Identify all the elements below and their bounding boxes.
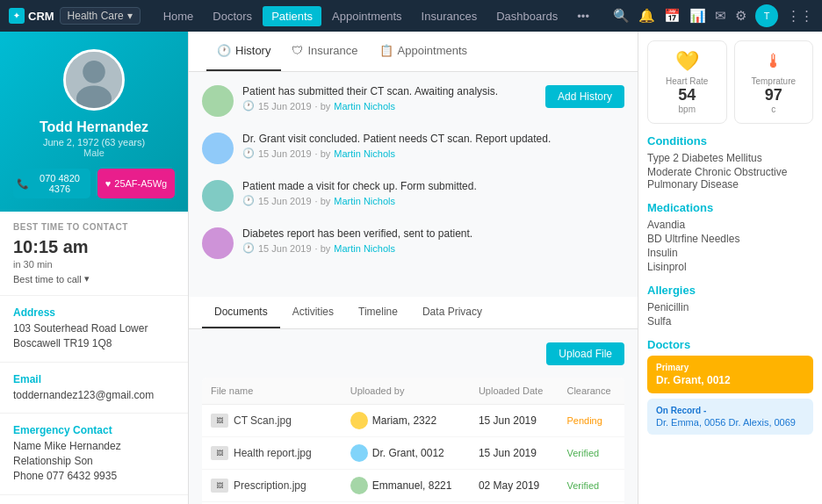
nav-dashboards[interactable]: Dashboards: [487, 6, 566, 26]
history-content: Add History Patient has submitted their …: [189, 72, 638, 288]
tab-history-label: History: [235, 44, 270, 57]
upload-date: 02 May 2019: [479, 479, 539, 492]
vitals-row: 💛 Heart Rate 54 bpm 🌡 Temprature 97 c: [647, 40, 813, 124]
nav-doctors[interactable]: Doctors: [204, 6, 261, 26]
emergency-rel: Relationship Son: [13, 454, 175, 469]
phone-button[interactable]: 📞 070 4820 4376: [13, 169, 90, 198]
nav-insurances[interactable]: Insurances: [413, 6, 487, 26]
nav-home[interactable]: Home: [155, 6, 203, 26]
clearance-badge: Verified: [566, 480, 599, 491]
patient-dob: June 2, 1972 (63 years): [13, 137, 175, 148]
doc-date-cell: 15 Jun 2019: [470, 405, 559, 437]
history-meta: 🕐 15 Jun 2019 · by Martin Nichols: [242, 195, 477, 206]
documents-table-body: 🖼 CT Scan.jpg Mariam, 2322 15 Jun 2019 P…: [202, 405, 624, 505]
center-panel: 🕐 History 🛡 Insurance 📋 Appointments Add…: [189, 32, 638, 504]
history-text: Patient has submitted their CT scan. Awa…: [242, 85, 498, 97]
file-icon: 🖼: [211, 479, 228, 493]
history-meta: 🕐 15 Jun 2019 · by Martin Nichols: [242, 148, 551, 159]
history-item: Patient has submitted their CT scan. Awa…: [202, 85, 545, 117]
doc-uploader-cell: Dr. Grant, 0012: [342, 437, 470, 470]
medications-section: Medications AvandiaBD Ultrfine NeedlesIn…: [647, 201, 813, 273]
history-author[interactable]: Martin Nichols: [334, 101, 395, 112]
crm-label: CRM: [28, 10, 54, 23]
clock-icon: 🕐: [242, 195, 255, 206]
bell-icon[interactable]: 🔔: [638, 8, 655, 24]
tab-insurance[interactable]: 🛡 Insurance: [281, 32, 368, 71]
history-item: Diabetes report has been verified, sent …: [202, 227, 624, 259]
nav-links: Home Doctors Patients Appointments Insur…: [155, 6, 598, 26]
uploader-info: Dr. Grant, 0012: [350, 444, 461, 462]
uploader-avatar: [350, 477, 368, 494]
history-author[interactable]: Martin Nichols: [334, 148, 395, 159]
subtab-data-privacy[interactable]: Data Privacy: [410, 297, 494, 328]
tab-insurance-label: Insurance: [307, 44, 357, 57]
best-time-label: BEST TIME TO CONTACT: [13, 222, 175, 232]
email-value: toddernandez123@gmail.com: [13, 388, 175, 403]
doc-clearance-cell: Pending: [558, 405, 624, 437]
logo-icon: ✦: [9, 8, 25, 24]
email-label: Email: [13, 373, 175, 385]
clearance-badge: Pending: [566, 415, 602, 426]
upload-file-button[interactable]: Upload File: [546, 342, 624, 365]
history-text-block: Dr. Grant visit concluded. Patient needs…: [242, 133, 551, 164]
health-care-selector[interactable]: Health Care ▾: [60, 7, 141, 25]
user-avatar[interactable]: T: [755, 4, 778, 27]
search-icon[interactable]: 🔍: [613, 8, 630, 24]
right-sidebar: 💛 Heart Rate 54 bpm 🌡 Temprature 97 c Co…: [638, 32, 822, 504]
emergency-name: Name Mike Hernandez: [13, 439, 175, 454]
condition-item: Type 2 Diabetes Mellitus: [647, 152, 813, 164]
table-row: 🖼 Prescription.jpg Emmanuel, 8221 02 May…: [202, 470, 624, 502]
apps-icon[interactable]: ⋮⋮: [787, 8, 813, 24]
history-author[interactable]: Martin Nichols: [334, 196, 395, 206]
health-care-label: Health Care: [68, 10, 124, 22]
history-avatar: [202, 227, 234, 259]
nav-more[interactable]: •••: [568, 6, 598, 26]
mail-icon[interactable]: ✉: [715, 8, 726, 24]
subtab-documents[interactable]: Documents: [202, 297, 280, 328]
doctors-section: Doctors Primary Dr. Grant, 0012 On Recor…: [647, 338, 813, 435]
history-text-block: Patient made a visit for check up. Form …: [242, 180, 477, 212]
grid-icon[interactable]: 📊: [689, 8, 706, 24]
address-section: Address 103 Souterhead Road Lower Boscaw…: [0, 296, 188, 363]
nav-appointments[interactable]: Appointments: [323, 6, 411, 26]
doc-date-cell: 02 May 2019: [470, 470, 559, 502]
patient-action-buttons: 📞 070 4820 4376 ♥ 25AF-A5Wg: [13, 169, 175, 198]
gear-icon[interactable]: ⚙: [735, 8, 746, 24]
clearance-badge: Verified: [566, 448, 599, 458]
history-icon: 🕐: [217, 44, 231, 57]
patient-sidebar: Todd Hernandez June 2, 1972 (63 years) M…: [0, 32, 189, 504]
best-time-sub: in 30 min: [13, 259, 175, 270]
subtab-timeline[interactable]: Timeline: [346, 297, 410, 328]
mrn-button[interactable]: ♥ 25AF-A5Wg: [97, 169, 175, 198]
doc-uploader-cell: Mariam, 2322: [342, 405, 470, 437]
appointments-icon: 📋: [379, 44, 393, 57]
history-by: · by: [315, 101, 331, 112]
history-date: 15 Jun 2019: [258, 196, 312, 206]
medication-item: Avandia: [647, 219, 813, 231]
on-record-label: On Record -: [656, 406, 804, 415]
doc-clearance-cell: Verified: [558, 437, 624, 470]
file-icon: 🖼: [211, 446, 228, 460]
subtab-activities[interactable]: Activities: [280, 297, 346, 328]
calendar-icon[interactable]: 📅: [664, 8, 681, 24]
table-header-row: File name Uploaded by Uploaded Date Clea…: [202, 378, 624, 405]
emergency-label: Emergency Contact: [13, 424, 175, 436]
heart-rate-unit: bpm: [655, 104, 719, 114]
best-time-call-label: Best time to call: [13, 274, 82, 284]
history-by: · by: [315, 148, 331, 159]
temperature-label: Temprature: [742, 76, 806, 86]
add-history-button[interactable]: Add History: [545, 85, 624, 108]
doc-clearance-cell: Verified: [558, 470, 624, 502]
history-text: Diabetes report has been verified, sent …: [242, 227, 472, 240]
chevron-down-icon[interactable]: ▾: [84, 273, 90, 284]
medication-item: BD Ultrfine Needles: [647, 233, 813, 245]
tab-history[interactable]: 🕐 History: [206, 32, 281, 71]
uploader-avatar: [350, 412, 368, 429]
tab-appointments[interactable]: 📋 Appointments: [369, 32, 479, 71]
patient-name: Todd Hernandez: [13, 119, 175, 135]
clock-icon: 🕐: [242, 100, 255, 112]
history-author[interactable]: Martin Nichols: [334, 243, 395, 254]
uploader-name: Dr. Grant, 0012: [372, 447, 444, 459]
history-by: · by: [315, 196, 331, 206]
nav-patients[interactable]: Patients: [263, 6, 321, 26]
